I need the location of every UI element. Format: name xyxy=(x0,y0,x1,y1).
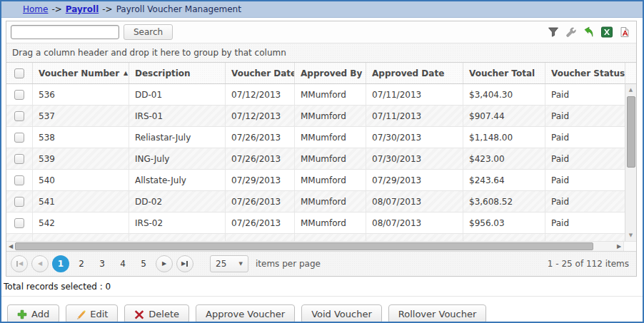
void-voucher-button[interactable]: Void Voucher xyxy=(301,304,382,323)
row-checkbox-cell xyxy=(6,127,32,148)
cell-description: IRS-01 xyxy=(129,106,225,126)
column-header-label: Voucher Status xyxy=(551,68,625,78)
pencil-icon xyxy=(76,309,86,319)
cell-voucher-total: $423.00 xyxy=(463,148,545,169)
delete-x-icon xyxy=(134,309,144,319)
column-header-approved-by[interactable]: Approved By xyxy=(294,63,366,83)
column-header-voucher-status[interactable]: Voucher Status xyxy=(545,63,625,83)
cell-voucher-status: Paid xyxy=(545,212,625,233)
pdf-export-icon[interactable] xyxy=(618,26,630,39)
cell-voucher-date: 07/29/2013 xyxy=(225,170,294,190)
cell-clipped xyxy=(129,234,225,241)
row-checkbox[interactable] xyxy=(14,133,24,143)
refresh-arrow-icon[interactable] xyxy=(583,26,595,39)
cell-voucher-status: Paid xyxy=(545,127,625,148)
search-button[interactable]: Search xyxy=(124,24,173,40)
row-checkbox[interactable] xyxy=(14,175,24,185)
row-checkbox[interactable] xyxy=(14,90,24,100)
table-row[interactable]: 539ING-July07/26/2013MMumford07/30/2013$… xyxy=(6,148,625,170)
row-checkbox-cell xyxy=(6,212,32,233)
breadcrumb-separator: -> xyxy=(102,4,112,14)
cell-voucher-date: 07/26/2013 xyxy=(225,191,294,212)
breadcrumb: Home -> Payroll -> Payroll Voucher Manag… xyxy=(1,1,643,18)
breadcrumb-current-page: Payroll Voucher Management xyxy=(116,4,241,14)
row-checkbox[interactable] xyxy=(14,197,24,207)
next-page-button[interactable]: ▶ xyxy=(156,255,173,272)
row-checkbox[interactable] xyxy=(14,154,24,164)
row-checkbox-cell xyxy=(6,106,32,126)
scroll-up-icon[interactable]: ▲ xyxy=(625,86,636,93)
table-row[interactable]: 537IRS-0107/12/2013MMumford07/11/2013$90… xyxy=(6,106,625,127)
row-checkbox-cell xyxy=(6,191,32,212)
cell-approved-date: 08/07/2013 xyxy=(366,212,463,233)
cell-voucher-number: 537 xyxy=(32,106,129,126)
cell-clipped xyxy=(6,234,32,241)
cell-voucher-number: 542 xyxy=(32,212,129,233)
header-scrollbar-spacer xyxy=(625,63,636,84)
breadcrumb-payroll-link[interactable]: Payroll xyxy=(66,4,99,14)
payroll-voucher-management-page: Home -> Payroll -> Payroll Voucher Manag… xyxy=(0,0,644,323)
cell-description: Reliastar-July xyxy=(129,127,225,148)
delete-button[interactable]: Delete xyxy=(124,304,189,323)
rollover-voucher-button[interactable]: Rollover Voucher xyxy=(388,304,487,323)
previous-page-button[interactable]: ◀ xyxy=(31,255,49,272)
row-checkbox[interactable] xyxy=(14,111,24,121)
toolbar-icons xyxy=(547,26,632,39)
column-header-label: Voucher Total xyxy=(469,68,535,78)
row-checkbox-cell xyxy=(6,148,32,169)
chevron-down-icon: ▼ xyxy=(239,261,243,267)
select-all-checkbox[interactable] xyxy=(14,68,24,78)
cell-approved-date: 08/07/2013 xyxy=(366,191,463,212)
page-size-dropdown[interactable]: 25 ▼ xyxy=(210,255,248,272)
search-input[interactable] xyxy=(11,25,119,39)
page-button-2[interactable]: 2 xyxy=(73,255,90,272)
first-page-button[interactable]: ◀ xyxy=(11,255,28,272)
table-row[interactable]: 541DD-0207/26/2013MMumford08/07/2013$3,6… xyxy=(6,191,625,212)
horizontal-scrollbar[interactable]: ◀ ▶ xyxy=(6,241,623,251)
column-header-approved-date[interactable]: Approved Date xyxy=(366,63,463,83)
page-button-4[interactable]: 4 xyxy=(114,255,131,272)
approve-voucher-button[interactable]: Approve Voucher xyxy=(196,304,295,323)
column-header-description[interactable]: Description xyxy=(129,63,225,83)
wrench-icon[interactable] xyxy=(565,26,577,39)
row-checkbox-cell xyxy=(6,170,32,190)
button-label: Void Voucher xyxy=(311,309,372,319)
cell-description: DD-02 xyxy=(129,191,225,212)
group-by-hint: Drag a column header and drop it here to… xyxy=(12,48,286,58)
horizontal-scrollbar-thumb[interactable] xyxy=(15,242,593,250)
cell-clipped xyxy=(294,234,366,241)
column-header-voucher-number[interactable]: Voucher Number▲ xyxy=(32,63,129,83)
cell-approved-date: 07/11/2013 xyxy=(366,84,463,105)
last-page-button[interactable]: ▶ xyxy=(176,255,193,272)
pager-range-label: 1 - 25 of 112 items xyxy=(548,259,629,269)
table-row[interactable]: 542IRS-0207/26/2013MMumford08/07/2013$95… xyxy=(6,212,625,234)
scroll-down-icon[interactable]: ▼ xyxy=(625,232,636,239)
group-by-panel[interactable]: Drag a column header and drop it here to… xyxy=(6,43,636,63)
column-header-label: Voucher Number xyxy=(39,68,119,78)
action-button-bar: AddEditDeleteApprove VoucherVoid Voucher… xyxy=(1,297,643,323)
page-button-5[interactable]: 5 xyxy=(135,255,152,272)
cell-approved-by: MMumford xyxy=(294,148,366,169)
cell-voucher-status: Paid xyxy=(545,170,625,190)
scroll-left-icon[interactable]: ◀ xyxy=(9,242,13,251)
excel-export-icon[interactable] xyxy=(600,26,613,39)
edit-button[interactable]: Edit xyxy=(66,304,118,323)
add-button[interactable]: Add xyxy=(7,304,59,323)
cell-approved-by: MMumford xyxy=(294,212,366,233)
row-checkbox[interactable] xyxy=(14,218,24,228)
scroll-right-icon[interactable]: ▶ xyxy=(617,242,621,251)
table-row[interactable]: 536DD-0107/12/2013MMumford07/11/2013$3,4… xyxy=(6,84,625,106)
grid-body: 536DD-0107/12/2013MMumford07/11/2013$3,4… xyxy=(6,84,625,241)
column-header-voucher-total[interactable]: Voucher Total xyxy=(463,63,545,83)
page-button-1[interactable]: 1 xyxy=(52,255,69,272)
table-row[interactable]: 540Allstate-July07/29/2013MMumford07/29/… xyxy=(6,170,625,191)
breadcrumb-home-link[interactable]: Home xyxy=(23,4,48,14)
cell-voucher-total: $243.64 xyxy=(463,170,545,190)
vertical-scrollbar-thumb[interactable] xyxy=(627,96,635,168)
vertical-scrollbar[interactable]: ▲ ▼ xyxy=(625,84,636,241)
cell-voucher-date: 07/12/2013 xyxy=(225,106,294,126)
page-button-3[interactable]: 3 xyxy=(94,255,111,272)
column-header-voucher-date[interactable]: Voucher Date xyxy=(225,63,294,83)
filter-icon[interactable] xyxy=(547,26,559,39)
table-row[interactable]: 538Reliastar-July07/26/2013MMumford07/30… xyxy=(6,127,625,148)
